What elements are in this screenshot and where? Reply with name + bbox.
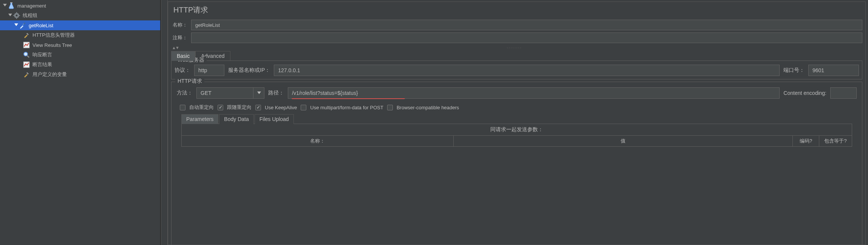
tree-label: 用户定义的变量 [32, 71, 67, 78]
svg-point-11 [24, 23, 26, 25]
method-value[interactable] [196, 87, 264, 99]
tools-icon [23, 71, 30, 78]
protocol-input[interactable] [194, 65, 224, 76]
grip-icon: ········ [507, 45, 522, 50]
multipart-checkbox[interactable] [301, 105, 306, 110]
svg-rect-8 [19, 15, 20, 16]
collapse-icon[interactable] [2, 3, 8, 8]
auto-redirect-label: 自动重定向 [189, 104, 214, 111]
tab-basic[interactable]: Basic [171, 51, 195, 61]
tree-node-assertion-results[interactable]: 断言结果 [0, 60, 160, 70]
svg-rect-7 [13, 15, 14, 16]
tree-panel: management 线程组 getRoleList [0, 0, 161, 245]
browser-headers-label: Browser-compatible headers [397, 105, 459, 110]
auto-redirect-checkbox[interactable] [180, 105, 185, 110]
browser-headers-checkbox[interactable] [387, 105, 393, 110]
tree-label: 断言结果 [32, 61, 52, 68]
name-label: 名称： [171, 22, 191, 28]
tree-label: 线程组 [23, 12, 37, 19]
tree-label: management [17, 3, 46, 9]
svg-marker-9 [14, 23, 18, 26]
col-value[interactable]: 值 [454, 136, 793, 146]
comment-label: 注释： [171, 34, 191, 41]
tools-icon [23, 31, 30, 39]
vertical-splitter[interactable] [161, 0, 168, 245]
name-input[interactable] [191, 20, 862, 30]
svg-marker-2 [8, 14, 12, 16]
tree-node-threadgroup[interactable]: 线程组 [0, 11, 160, 20]
panel-title: HTTP请求 [168, 2, 865, 20]
collapse-icon[interactable] [8, 13, 13, 18]
tab-parameters[interactable]: Parameters [181, 114, 218, 124]
table-header-row: 名称： 值 编码? 包含等于? [182, 135, 852, 146]
expand-icon: ▲▼ [172, 45, 179, 50]
host-input[interactable] [274, 65, 780, 76]
chart-icon [23, 41, 30, 49]
col-include-equals[interactable]: 包含等于? [819, 136, 852, 146]
method-select[interactable] [196, 87, 264, 99]
http-legend: HTTP请求 [175, 78, 204, 85]
chart-icon [23, 61, 30, 68]
comment-input[interactable] [191, 33, 862, 43]
protocol-label: 协议： [175, 67, 190, 74]
tree-label: 响应断言 [32, 51, 52, 58]
host-label: 服务器名称或IP： [228, 67, 270, 74]
tree-node-header-manager[interactable]: HTTP信息头管理器 [0, 30, 160, 40]
svg-point-4 [16, 15, 18, 17]
main-panel: HTTP请求 名称： 注释： ▲▼ ········ Basic Advance… [168, 0, 868, 245]
svg-line-14 [27, 56, 29, 57]
magnifier-icon [23, 51, 30, 59]
tree-node-sampler-selected[interactable]: getRoleList [0, 20, 160, 30]
content-encoding-input[interactable] [830, 87, 857, 99]
svg-rect-1 [10, 2, 12, 3]
collapse-icon[interactable] [14, 23, 19, 28]
keepalive-checkbox[interactable] [255, 105, 261, 110]
method-label: 方法： [177, 90, 193, 96]
annotation-underline [292, 98, 405, 99]
svg-rect-5 [16, 12, 17, 13]
multipart-label: Use multipart/form-data for POST [310, 105, 383, 110]
tab-files-upload[interactable]: Files Upload [255, 114, 294, 124]
follow-redirect-checkbox[interactable] [218, 105, 223, 110]
horizontal-splitter[interactable]: ▲▼ ········ [168, 45, 865, 50]
tree-label: View Results Tree [32, 42, 72, 48]
tree-label: HTTP信息头管理器 [32, 32, 75, 39]
col-encode[interactable]: 编码? [793, 136, 819, 146]
gear-icon [13, 12, 20, 19]
tree-node-user-vars[interactable]: 用户定义的变量 [0, 70, 160, 79]
parameters-table: 同请求一起发送参数： 名称： 值 编码? 包含等于? [181, 124, 852, 147]
port-label: 端口号： [783, 67, 805, 74]
path-input[interactable] [288, 87, 780, 99]
parameters-title: 同请求一起发送参数： [182, 124, 852, 135]
port-input[interactable] [808, 65, 859, 76]
tab-body-data[interactable]: Body Data [219, 114, 253, 124]
path-label: 路径： [268, 90, 284, 96]
col-name[interactable]: 名称： [182, 136, 454, 146]
tree-node-testplan[interactable]: management [0, 1, 160, 11]
tree-node-view-results[interactable]: View Results Tree [0, 40, 160, 50]
follow-redirect-label: 跟随重定向 [227, 104, 252, 111]
svg-point-13 [24, 52, 28, 56]
flask-icon [8, 2, 15, 9]
dropper-icon [19, 22, 26, 29]
svg-marker-0 [3, 4, 7, 6]
tree-node-response-assertion[interactable]: 响应断言 [0, 50, 160, 60]
tree-label: getRoleList [29, 23, 53, 28]
keepalive-label: Use KeepAlive [265, 105, 297, 110]
content-encoding-label: Content encoding: [783, 90, 826, 96]
svg-rect-6 [16, 18, 17, 19]
